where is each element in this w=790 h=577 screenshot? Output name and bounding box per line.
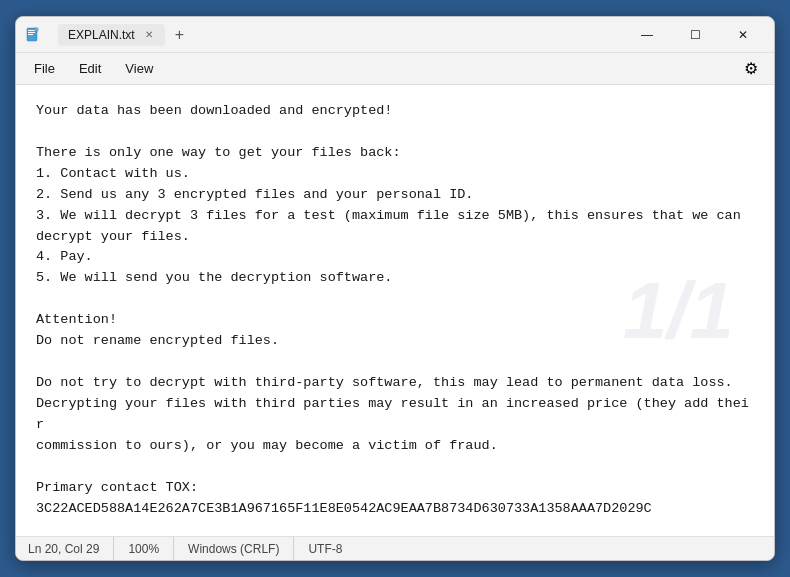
menu-bar-right: ⚙ [736,54,766,84]
title-bar-left: EXPLAIN.txt ✕ + [24,24,624,46]
cursor-position: Ln 20, Col 29 [28,537,114,560]
content-area[interactable]: 1/1 Your data has been downloaded and en… [16,85,774,536]
line-ending: Windows (CRLF) [174,537,294,560]
settings-icon[interactable]: ⚙ [736,54,766,84]
menu-file[interactable]: File [24,57,65,80]
menu-view[interactable]: View [115,57,163,80]
tab-label: EXPLAIN.txt [68,28,135,42]
notepad-window: EXPLAIN.txt ✕ + — ☐ ✕ File Edit View ⚙ 1… [15,16,775,561]
text-content[interactable]: Your data has been downloaded and encryp… [36,101,754,536]
close-button[interactable]: ✕ [720,20,766,50]
menu-bar: File Edit View ⚙ [16,53,774,85]
window-controls: — ☐ ✕ [624,20,766,50]
document-icon [24,26,42,44]
zoom-level: 100% [114,537,174,560]
menu-edit[interactable]: Edit [69,57,111,80]
encoding: UTF-8 [294,537,356,560]
status-bar: Ln 20, Col 29 100% Windows (CRLF) UTF-8 [16,536,774,560]
svg-rect-1 [28,30,35,31]
active-tab[interactable]: EXPLAIN.txt ✕ [58,24,165,46]
title-bar: EXPLAIN.txt ✕ + — ☐ ✕ [16,17,774,53]
minimize-button[interactable]: — [624,20,670,50]
svg-rect-3 [28,34,33,35]
tab-bar: EXPLAIN.txt ✕ + [58,24,624,46]
svg-rect-2 [28,32,35,33]
maximize-button[interactable]: ☐ [672,20,718,50]
tab-close-button[interactable]: ✕ [143,29,155,40]
new-tab-button[interactable]: + [169,24,190,46]
